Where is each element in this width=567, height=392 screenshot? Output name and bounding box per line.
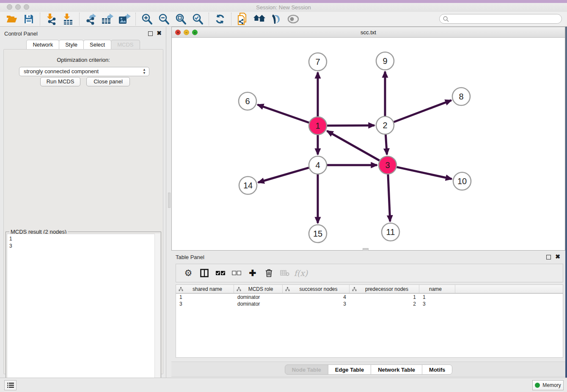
- result-scrollbar[interactable]: [154, 234, 160, 387]
- main-toolbar: [0, 12, 567, 27]
- task-history-button[interactable]: [4, 380, 17, 390]
- close-table-panel-icon[interactable]: ✖: [555, 253, 560, 260]
- open-folder-icon[interactable]: [3, 13, 20, 25]
- status-bar: Memory: [0, 378, 567, 392]
- column-header-mcds-role[interactable]: MCDS role: [234, 285, 283, 293]
- deselect-all-icon[interactable]: [228, 266, 245, 280]
- network-canvas[interactable]: 7968124314101511: [172, 38, 565, 250]
- graph-edge-2-3[interactable]: [385, 135, 387, 155]
- table-row[interactable]: 3dominator323: [176, 301, 563, 307]
- graph-node-4[interactable]: 4: [309, 156, 327, 174]
- graph-edge-2-8[interactable]: [394, 100, 451, 122]
- node-label: 9: [383, 56, 387, 66]
- graph-edge-4-14[interactable]: [258, 168, 309, 182]
- graph-node-9[interactable]: 9: [376, 52, 394, 70]
- export-network-icon[interactable]: [82, 13, 99, 25]
- tab-network[interactable]: Network: [26, 40, 59, 49]
- vertical-splitter-handle[interactable]: [168, 193, 171, 208]
- delete-table-icon: [277, 266, 293, 280]
- eye-icon[interactable]: [285, 13, 302, 25]
- node-label: 8: [459, 92, 463, 101]
- graph-node-7[interactable]: 7: [309, 53, 327, 71]
- float-table-panel-icon[interactable]: [546, 255, 551, 259]
- import-network-icon[interactable]: [43, 13, 60, 25]
- column-selector-icon[interactable]: [196, 266, 212, 280]
- table-cell: dominator: [234, 294, 283, 301]
- graph-node-8[interactable]: 8: [452, 88, 470, 105]
- home-icon[interactable]: [251, 13, 268, 25]
- zoom-fit-icon[interactable]: [172, 13, 189, 25]
- zoom-selected-icon[interactable]: [189, 13, 206, 25]
- node-label: 6: [245, 97, 250, 106]
- edge-layer: [258, 72, 452, 223]
- delete-column-icon[interactable]: [261, 266, 277, 280]
- search-input[interactable]: [451, 16, 561, 22]
- node-label: 10: [457, 177, 467, 186]
- hierarchy-icon: [237, 287, 241, 291]
- graph-node-2[interactable]: 2: [376, 116, 394, 134]
- graph-node-1[interactable]: 1: [309, 117, 327, 135]
- export-table-icon[interactable]: [99, 13, 116, 25]
- zoom-out-icon[interactable]: [155, 13, 172, 25]
- network-window-titlebar[interactable]: ✕ − ＋ scc.txt: [172, 27, 565, 38]
- column-header-name[interactable]: name: [419, 285, 455, 293]
- criterion-value: strongly connected component: [24, 68, 99, 75]
- graph-node-3[interactable]: 3: [379, 156, 396, 174]
- select-all-icon[interactable]: [212, 266, 228, 280]
- function-builder-icon: f(x): [293, 266, 309, 280]
- graph-edge-1-2[interactable]: [327, 125, 374, 126]
- close-panel-button[interactable]: Close panel: [86, 77, 130, 86]
- add-column-icon[interactable]: ✚: [245, 266, 261, 280]
- export-image-icon[interactable]: [116, 13, 133, 25]
- column-header-successor-nodes[interactable]: successor nodes: [283, 285, 350, 293]
- save-icon[interactable]: [20, 13, 37, 25]
- search-box[interactable]: [439, 14, 562, 24]
- column-header-shared-name[interactable]: shared name: [176, 285, 234, 293]
- graph-node-15[interactable]: 15: [309, 225, 327, 243]
- toolbar-separator: [209, 13, 209, 25]
- graph-node-10[interactable]: 10: [453, 172, 471, 190]
- optimization-criterion-label: Optimization criterion:: [4, 57, 163, 63]
- table-cell: 4: [283, 294, 350, 301]
- graph-edge-3-11[interactable]: [388, 174, 390, 221]
- graph-node-11[interactable]: 11: [382, 223, 399, 241]
- tab-select[interactable]: Select: [83, 40, 111, 49]
- network-graph[interactable]: 7968124314101511: [172, 38, 565, 250]
- copy-network-icon[interactable]: [234, 13, 251, 25]
- table-row[interactable]: 1dominator411: [176, 294, 563, 301]
- run-mcds-button[interactable]: Run MCDS: [40, 77, 80, 86]
- mcds-result-text[interactable]: 1 3: [7, 234, 160, 387]
- refresh-icon[interactable]: [212, 13, 228, 25]
- tab-mcds[interactable]: MCDS: [111, 40, 140, 49]
- tab-style[interactable]: Style: [59, 40, 84, 49]
- criterion-select[interactable]: strongly connected component ▲▼: [19, 67, 149, 76]
- table-cell: 3: [283, 301, 350, 307]
- gear-icon[interactable]: ⚙: [180, 266, 196, 280]
- apply-style-icon[interactable]: [268, 13, 285, 25]
- zoom-in-icon[interactable]: [138, 13, 155, 25]
- table-cell: 2: [350, 301, 419, 307]
- graph-node-14[interactable]: 14: [239, 177, 257, 194]
- graph-edge-1-6[interactable]: [258, 105, 309, 122]
- network-view-window: ✕ − ＋ scc.txt 7968124314101511: [171, 27, 565, 251]
- network-window-title: scc.txt: [172, 29, 565, 36]
- table-cell: 3: [176, 301, 234, 307]
- column-header-predecessor-nodes[interactable]: predecessor nodes: [350, 285, 419, 293]
- node-table-header: shared name MCDS role successor nodes pr…: [176, 285, 563, 294]
- graph-edge-3-1[interactable]: [327, 131, 380, 160]
- float-panel-icon[interactable]: [148, 31, 153, 36]
- table-cell: 1: [176, 294, 234, 301]
- node-label: 7: [315, 57, 320, 66]
- tab-edge-table[interactable]: Edge Table: [328, 364, 371, 375]
- tab-motifs[interactable]: Motifs: [422, 364, 452, 375]
- desktop-edge: [0, 0, 567, 3]
- tab-node-table[interactable]: Node Table: [285, 364, 328, 375]
- table-cell: 3: [419, 301, 456, 307]
- import-table-icon[interactable]: [60, 13, 77, 25]
- memory-button[interactable]: Memory: [532, 380, 564, 390]
- graph-node-6[interactable]: 6: [239, 92, 256, 110]
- graph-edge-3-10[interactable]: [397, 167, 452, 179]
- tab-network-table[interactable]: Network Table: [371, 364, 422, 375]
- close-panel-icon[interactable]: ✖: [157, 30, 162, 36]
- mcds-result-group: MCDS result (2 nodes) 1 3: [6, 232, 161, 388]
